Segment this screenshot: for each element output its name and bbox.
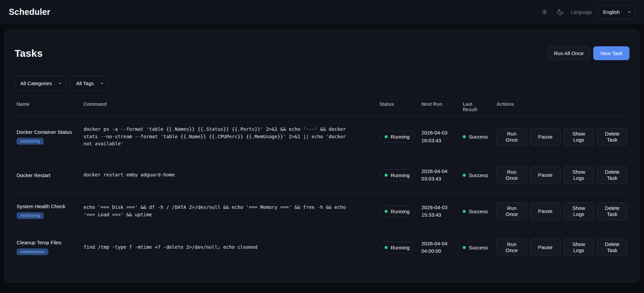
header-next-run: Next Run bbox=[421, 101, 463, 112]
task-row: Cleanup Temp Files maintenance find /tmp… bbox=[15, 229, 629, 266]
result-text: Success bbox=[469, 172, 488, 178]
task-status-cell: Running bbox=[380, 205, 421, 217]
task-last-result: Success bbox=[463, 172, 497, 178]
status-badge: Running bbox=[380, 205, 415, 217]
show-logs-button[interactable]: Show Logs bbox=[564, 202, 594, 220]
run-once-label: Run Once bbox=[502, 169, 521, 181]
task-command: docker restart emby adguard-home bbox=[84, 171, 380, 179]
next-run-time: 15:33:43 bbox=[421, 211, 463, 219]
tag-filter-select[interactable]: All Tags bbox=[70, 76, 108, 91]
status-text: Running bbox=[391, 245, 410, 250]
run-once-label: Run Once bbox=[502, 131, 521, 143]
result-dot-icon bbox=[463, 210, 466, 213]
pause-button[interactable]: Pause bbox=[530, 166, 560, 184]
header-command: Command bbox=[84, 101, 380, 112]
theme-toggle-button[interactable] bbox=[555, 7, 565, 17]
run-once-button[interactable]: Run Once bbox=[497, 128, 527, 146]
tasks-table: Name Command Status Next Run Last Result… bbox=[15, 101, 629, 275]
task-next-run: 2026-04-03 16:03:43 bbox=[421, 129, 463, 144]
run-once-button[interactable]: Run Once bbox=[497, 239, 527, 256]
task-tag-badge: monitoring bbox=[17, 212, 44, 219]
next-run-date: 2026-04-04 bbox=[421, 168, 463, 175]
gear-icon bbox=[541, 9, 548, 16]
run-once-label: Run Once bbox=[502, 205, 521, 217]
task-status-cell: Running bbox=[380, 131, 421, 143]
task-row: System Health Check monitoring echo '===… bbox=[15, 193, 629, 229]
result-text: Success bbox=[469, 209, 488, 214]
result-dot-icon bbox=[463, 135, 466, 138]
show-logs-button[interactable]: Show Logs bbox=[564, 128, 594, 146]
task-actions: Run Once Pause Show Logs Delete Task bbox=[497, 128, 629, 146]
task-command: docker ps -a --format 'table {{.Names}} … bbox=[84, 126, 380, 148]
status-dot-icon bbox=[385, 246, 388, 249]
task-row: Docker Container Status monitoring docke… bbox=[15, 117, 629, 157]
task-actions: Run Once Pause Show Logs Delete Task bbox=[497, 166, 629, 184]
pause-button[interactable]: Pause bbox=[530, 128, 560, 146]
status-text: Running bbox=[391, 209, 410, 214]
delete-task-button[interactable]: Delete Task bbox=[597, 239, 627, 256]
delete-task-button[interactable]: Delete Task bbox=[597, 128, 627, 146]
header-status: Status bbox=[380, 101, 421, 112]
delete-task-label: Delete Task bbox=[603, 131, 622, 143]
delete-task-label: Delete Task bbox=[603, 205, 622, 217]
delete-task-button[interactable]: Delete Task bbox=[597, 166, 627, 184]
task-next-run: 2026-04-04 03:03:43 bbox=[421, 168, 463, 183]
show-logs-button[interactable]: Show Logs bbox=[564, 166, 594, 184]
delete-task-label: Delete Task bbox=[603, 241, 622, 253]
status-badge: Running bbox=[380, 131, 415, 143]
task-next-run: 2026-04-04 04:00:00 bbox=[421, 240, 463, 255]
task-name: Docker Container Status bbox=[17, 129, 84, 135]
run-once-button[interactable]: Run Once bbox=[497, 202, 527, 220]
next-run-date: 2026-04-03 bbox=[421, 129, 463, 137]
pause-label: Pause bbox=[538, 244, 553, 250]
next-run-time: 16:03:43 bbox=[421, 137, 463, 145]
moon-icon bbox=[557, 9, 564, 16]
pause-button[interactable]: Pause bbox=[530, 202, 560, 220]
header-actions: Run All Once New Task bbox=[548, 46, 629, 60]
task-status-cell: Running bbox=[380, 169, 421, 181]
status-badge: Running bbox=[380, 242, 415, 253]
show-logs-label: Show Logs bbox=[569, 205, 588, 217]
pause-button[interactable]: Pause bbox=[530, 239, 560, 256]
result-text: Success bbox=[469, 134, 488, 140]
status-dot-icon bbox=[385, 135, 388, 138]
task-tag-badge: maintenance bbox=[17, 248, 48, 255]
task-command: find /tmp -type f -mtime +7 -delete 2>/d… bbox=[84, 244, 380, 251]
task-name-cell: System Health Check monitoring bbox=[17, 203, 84, 219]
show-logs-label: Show Logs bbox=[569, 241, 588, 253]
next-run-date: 2026-04-04 bbox=[421, 240, 463, 248]
task-last-result: Success bbox=[463, 209, 497, 214]
task-status-cell: Running bbox=[380, 242, 421, 253]
run-all-once-button[interactable]: Run All Once bbox=[548, 46, 590, 60]
delete-task-button[interactable]: Delete Task bbox=[597, 202, 627, 220]
settings-button[interactable] bbox=[540, 7, 549, 17]
new-task-button[interactable]: New Task bbox=[593, 46, 629, 60]
table-footer-spacer bbox=[15, 266, 629, 275]
run-once-button[interactable]: Run Once bbox=[497, 166, 527, 184]
task-next-run: 2026-04-03 15:33:43 bbox=[421, 204, 463, 219]
delete-task-label: Delete Task bbox=[603, 169, 622, 181]
show-logs-button[interactable]: Show Logs bbox=[564, 239, 594, 256]
task-name-cell: Cleanup Temp Files maintenance bbox=[17, 240, 84, 255]
top-navbar: Scheduler Language English bbox=[0, 0, 644, 24]
result-text: Success bbox=[469, 245, 488, 250]
task-last-result: Success bbox=[463, 134, 497, 140]
category-filter-select[interactable]: All Categories bbox=[15, 76, 66, 91]
next-run-date: 2026-04-03 bbox=[421, 204, 463, 212]
tag-filter-wrap: All Tags bbox=[70, 76, 108, 91]
run-once-label: Run Once bbox=[502, 241, 521, 253]
show-logs-label: Show Logs bbox=[569, 169, 588, 181]
header-last-result: Last Result bbox=[463, 101, 497, 112]
app-title: Scheduler bbox=[9, 7, 50, 17]
language-select[interactable]: English bbox=[598, 5, 635, 19]
header-actions: Actions bbox=[497, 101, 629, 112]
status-text: Running bbox=[391, 134, 410, 140]
status-dot-icon bbox=[385, 210, 388, 213]
result-dot-icon bbox=[463, 174, 466, 177]
language-select-wrap: English bbox=[598, 5, 635, 19]
next-run-time: 04:00:00 bbox=[421, 247, 463, 255]
category-filter-wrap: All Categories bbox=[15, 76, 66, 91]
status-dot-icon bbox=[385, 174, 388, 177]
status-badge: Running bbox=[380, 169, 415, 181]
pause-label: Pause bbox=[538, 208, 553, 214]
